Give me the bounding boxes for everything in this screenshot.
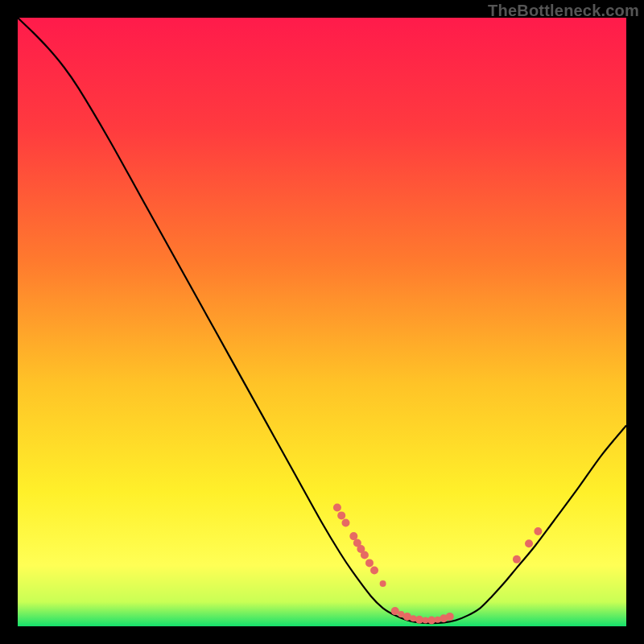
curve-marker: [446, 613, 454, 621]
curve-marker: [391, 607, 399, 615]
chart-background: [18, 18, 626, 626]
curve-marker: [525, 539, 533, 547]
curve-marker: [415, 616, 423, 624]
curve-marker: [513, 555, 521, 564]
curve-marker: [333, 504, 341, 512]
curve-marker: [337, 511, 345, 519]
curve-marker: [427, 616, 436, 624]
curve-marker: [370, 566, 378, 574]
curve-marker: [534, 527, 542, 535]
curve-marker: [361, 551, 369, 559]
curve-marker: [403, 613, 411, 621]
bottleneck-chart: [18, 18, 626, 626]
curve-marker: [341, 518, 349, 526]
curve-marker: [365, 559, 374, 567]
curve-marker: [380, 580, 386, 587]
chart-frame: [18, 18, 626, 626]
watermark-text: TheBottleneck.com: [488, 2, 639, 20]
